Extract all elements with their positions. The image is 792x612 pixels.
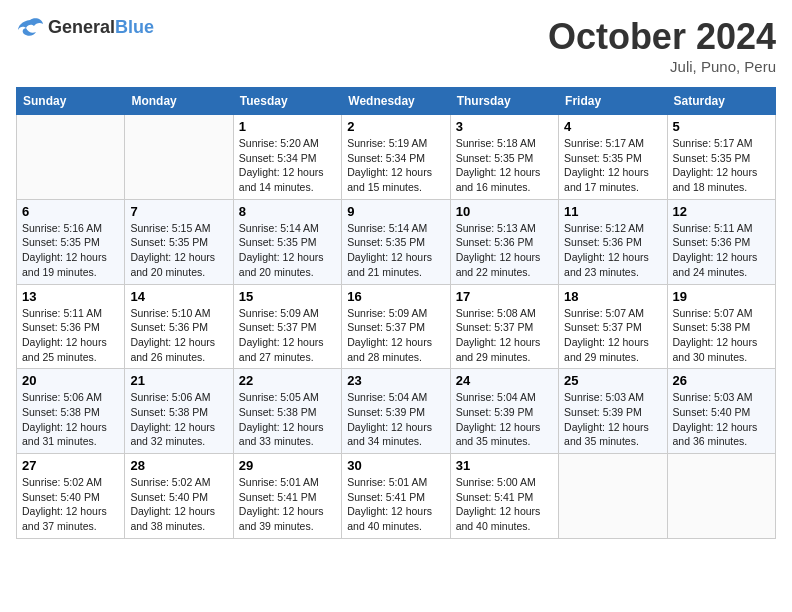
day-info: Sunrise: 5:16 AM Sunset: 5:35 PM Dayligh… bbox=[22, 221, 119, 280]
day-number: 4 bbox=[564, 119, 661, 134]
calendar-cell: 8Sunrise: 5:14 AM Sunset: 5:35 PM Daylig… bbox=[233, 199, 341, 284]
day-info: Sunrise: 5:02 AM Sunset: 5:40 PM Dayligh… bbox=[130, 475, 227, 534]
day-info: Sunrise: 5:20 AM Sunset: 5:34 PM Dayligh… bbox=[239, 136, 336, 195]
day-info: Sunrise: 5:01 AM Sunset: 5:41 PM Dayligh… bbox=[239, 475, 336, 534]
day-number: 18 bbox=[564, 289, 661, 304]
calendar-cell: 23Sunrise: 5:04 AM Sunset: 5:39 PM Dayli… bbox=[342, 369, 450, 454]
day-number: 7 bbox=[130, 204, 227, 219]
day-number: 3 bbox=[456, 119, 553, 134]
day-number: 12 bbox=[673, 204, 770, 219]
col-thursday: Thursday bbox=[450, 88, 558, 115]
day-number: 9 bbox=[347, 204, 444, 219]
calendar-header-row: Sunday Monday Tuesday Wednesday Thursday… bbox=[17, 88, 776, 115]
day-info: Sunrise: 5:11 AM Sunset: 5:36 PM Dayligh… bbox=[673, 221, 770, 280]
calendar-table: Sunday Monday Tuesday Wednesday Thursday… bbox=[16, 87, 776, 539]
logo-icon bbox=[16, 16, 44, 38]
col-saturday: Saturday bbox=[667, 88, 775, 115]
logo-text: GeneralBlue bbox=[48, 17, 154, 38]
day-info: Sunrise: 5:07 AM Sunset: 5:38 PM Dayligh… bbox=[673, 306, 770, 365]
calendar-week-row: 27Sunrise: 5:02 AM Sunset: 5:40 PM Dayli… bbox=[17, 454, 776, 539]
calendar-cell: 9Sunrise: 5:14 AM Sunset: 5:35 PM Daylig… bbox=[342, 199, 450, 284]
calendar-cell: 6Sunrise: 5:16 AM Sunset: 5:35 PM Daylig… bbox=[17, 199, 125, 284]
logo-blue: Blue bbox=[115, 17, 154, 37]
day-number: 31 bbox=[456, 458, 553, 473]
day-info: Sunrise: 5:00 AM Sunset: 5:41 PM Dayligh… bbox=[456, 475, 553, 534]
calendar-cell: 16Sunrise: 5:09 AM Sunset: 5:37 PM Dayli… bbox=[342, 284, 450, 369]
calendar-week-row: 20Sunrise: 5:06 AM Sunset: 5:38 PM Dayli… bbox=[17, 369, 776, 454]
calendar-cell: 10Sunrise: 5:13 AM Sunset: 5:36 PM Dayli… bbox=[450, 199, 558, 284]
col-wednesday: Wednesday bbox=[342, 88, 450, 115]
day-info: Sunrise: 5:03 AM Sunset: 5:40 PM Dayligh… bbox=[673, 390, 770, 449]
day-info: Sunrise: 5:01 AM Sunset: 5:41 PM Dayligh… bbox=[347, 475, 444, 534]
calendar-cell: 4Sunrise: 5:17 AM Sunset: 5:35 PM Daylig… bbox=[559, 115, 667, 200]
calendar-cell: 30Sunrise: 5:01 AM Sunset: 5:41 PM Dayli… bbox=[342, 454, 450, 539]
calendar-cell: 2Sunrise: 5:19 AM Sunset: 5:34 PM Daylig… bbox=[342, 115, 450, 200]
day-info: Sunrise: 5:19 AM Sunset: 5:34 PM Dayligh… bbox=[347, 136, 444, 195]
title-block: October 2024 Juli, Puno, Peru bbox=[548, 16, 776, 75]
day-info: Sunrise: 5:08 AM Sunset: 5:37 PM Dayligh… bbox=[456, 306, 553, 365]
calendar-cell: 27Sunrise: 5:02 AM Sunset: 5:40 PM Dayli… bbox=[17, 454, 125, 539]
day-number: 6 bbox=[22, 204, 119, 219]
day-info: Sunrise: 5:06 AM Sunset: 5:38 PM Dayligh… bbox=[130, 390, 227, 449]
day-number: 22 bbox=[239, 373, 336, 388]
calendar-cell: 26Sunrise: 5:03 AM Sunset: 5:40 PM Dayli… bbox=[667, 369, 775, 454]
calendar-cell: 1Sunrise: 5:20 AM Sunset: 5:34 PM Daylig… bbox=[233, 115, 341, 200]
logo: GeneralBlue bbox=[16, 16, 154, 38]
page-header: GeneralBlue October 2024 Juli, Puno, Per… bbox=[16, 16, 776, 75]
day-info: Sunrise: 5:04 AM Sunset: 5:39 PM Dayligh… bbox=[456, 390, 553, 449]
day-number: 5 bbox=[673, 119, 770, 134]
calendar-cell: 28Sunrise: 5:02 AM Sunset: 5:40 PM Dayli… bbox=[125, 454, 233, 539]
calendar-cell: 7Sunrise: 5:15 AM Sunset: 5:35 PM Daylig… bbox=[125, 199, 233, 284]
calendar-cell: 24Sunrise: 5:04 AM Sunset: 5:39 PM Dayli… bbox=[450, 369, 558, 454]
calendar-cell: 21Sunrise: 5:06 AM Sunset: 5:38 PM Dayli… bbox=[125, 369, 233, 454]
calendar-cell: 13Sunrise: 5:11 AM Sunset: 5:36 PM Dayli… bbox=[17, 284, 125, 369]
day-info: Sunrise: 5:17 AM Sunset: 5:35 PM Dayligh… bbox=[673, 136, 770, 195]
day-info: Sunrise: 5:09 AM Sunset: 5:37 PM Dayligh… bbox=[239, 306, 336, 365]
day-info: Sunrise: 5:14 AM Sunset: 5:35 PM Dayligh… bbox=[239, 221, 336, 280]
calendar-cell: 12Sunrise: 5:11 AM Sunset: 5:36 PM Dayli… bbox=[667, 199, 775, 284]
day-info: Sunrise: 5:11 AM Sunset: 5:36 PM Dayligh… bbox=[22, 306, 119, 365]
col-sunday: Sunday bbox=[17, 88, 125, 115]
day-number: 2 bbox=[347, 119, 444, 134]
day-number: 16 bbox=[347, 289, 444, 304]
calendar-cell bbox=[17, 115, 125, 200]
day-number: 20 bbox=[22, 373, 119, 388]
col-monday: Monday bbox=[125, 88, 233, 115]
calendar-cell: 17Sunrise: 5:08 AM Sunset: 5:37 PM Dayli… bbox=[450, 284, 558, 369]
day-number: 29 bbox=[239, 458, 336, 473]
day-info: Sunrise: 5:17 AM Sunset: 5:35 PM Dayligh… bbox=[564, 136, 661, 195]
day-info: Sunrise: 5:05 AM Sunset: 5:38 PM Dayligh… bbox=[239, 390, 336, 449]
day-number: 23 bbox=[347, 373, 444, 388]
day-info: Sunrise: 5:07 AM Sunset: 5:37 PM Dayligh… bbox=[564, 306, 661, 365]
day-number: 14 bbox=[130, 289, 227, 304]
calendar-cell: 11Sunrise: 5:12 AM Sunset: 5:36 PM Dayli… bbox=[559, 199, 667, 284]
day-number: 8 bbox=[239, 204, 336, 219]
day-info: Sunrise: 5:03 AM Sunset: 5:39 PM Dayligh… bbox=[564, 390, 661, 449]
col-friday: Friday bbox=[559, 88, 667, 115]
day-number: 10 bbox=[456, 204, 553, 219]
calendar-week-row: 1Sunrise: 5:20 AM Sunset: 5:34 PM Daylig… bbox=[17, 115, 776, 200]
day-info: Sunrise: 5:18 AM Sunset: 5:35 PM Dayligh… bbox=[456, 136, 553, 195]
day-number: 24 bbox=[456, 373, 553, 388]
day-info: Sunrise: 5:13 AM Sunset: 5:36 PM Dayligh… bbox=[456, 221, 553, 280]
calendar-cell bbox=[667, 454, 775, 539]
calendar-cell: 22Sunrise: 5:05 AM Sunset: 5:38 PM Dayli… bbox=[233, 369, 341, 454]
day-number: 25 bbox=[564, 373, 661, 388]
day-number: 27 bbox=[22, 458, 119, 473]
day-number: 26 bbox=[673, 373, 770, 388]
calendar-week-row: 6Sunrise: 5:16 AM Sunset: 5:35 PM Daylig… bbox=[17, 199, 776, 284]
day-number: 21 bbox=[130, 373, 227, 388]
day-number: 17 bbox=[456, 289, 553, 304]
col-tuesday: Tuesday bbox=[233, 88, 341, 115]
day-info: Sunrise: 5:14 AM Sunset: 5:35 PM Dayligh… bbox=[347, 221, 444, 280]
day-number: 30 bbox=[347, 458, 444, 473]
calendar-cell: 5Sunrise: 5:17 AM Sunset: 5:35 PM Daylig… bbox=[667, 115, 775, 200]
calendar-cell: 29Sunrise: 5:01 AM Sunset: 5:41 PM Dayli… bbox=[233, 454, 341, 539]
calendar-cell bbox=[125, 115, 233, 200]
calendar-cell: 20Sunrise: 5:06 AM Sunset: 5:38 PM Dayli… bbox=[17, 369, 125, 454]
calendar-week-row: 13Sunrise: 5:11 AM Sunset: 5:36 PM Dayli… bbox=[17, 284, 776, 369]
month-title: October 2024 bbox=[548, 16, 776, 58]
calendar-cell bbox=[559, 454, 667, 539]
day-number: 28 bbox=[130, 458, 227, 473]
day-info: Sunrise: 5:06 AM Sunset: 5:38 PM Dayligh… bbox=[22, 390, 119, 449]
